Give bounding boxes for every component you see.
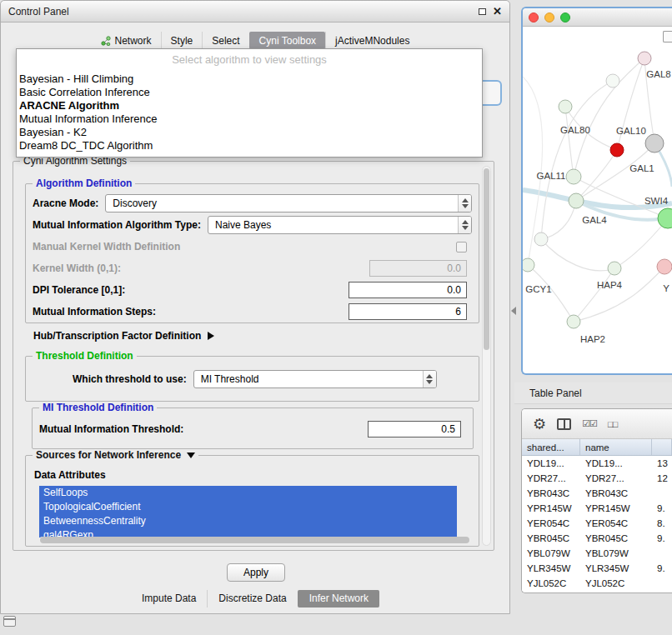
network-node[interactable] (569, 193, 584, 208)
table-header-row: shared... name (522, 439, 672, 456)
column-header-partial[interactable] (652, 439, 672, 455)
algorithm-combo-fragment[interactable] (483, 80, 502, 106)
table-row[interactable]: YBR045C YBR045C 9. (522, 531, 672, 546)
tab-impute-data[interactable]: Impute Data (131, 590, 207, 608)
dropdown-item-bayesian-hill[interactable]: Bayesian - Hill Climbing (17, 72, 482, 86)
mi-steps-row: Mutual Information Steps: (26, 301, 479, 322)
manual-kernel-row: Manual Kernel Width Definition (26, 236, 479, 258)
list-item-betweennesscentrality[interactable]: BetweennessCentrality (39, 514, 457, 528)
dropdown-item-basic-correlation[interactable]: Basic Correlation Inference (17, 86, 482, 99)
scrollbar-thumb[interactable] (40, 537, 469, 543)
cell-value (652, 546, 672, 561)
table-row[interactable]: YLR345W YLR345W 9. (522, 561, 672, 576)
close-traffic-light[interactable] (529, 12, 539, 22)
cell-name: YDR27... (580, 471, 652, 486)
network-node[interactable] (608, 262, 621, 275)
network-node[interactable] (559, 100, 572, 113)
select-all-checkboxes-icon[interactable]: ☑☑ (582, 418, 597, 429)
dropdown-item-aracne[interactable]: ARACNE Algorithm (17, 99, 482, 112)
table-row[interactable]: YDR27... YDR27... 12 (522, 471, 672, 486)
aracne-mode-combo[interactable]: Discovery (105, 194, 472, 212)
table-panel-header[interactable]: Table Panel (514, 382, 672, 404)
cell-shared: YBR045C (522, 531, 580, 546)
scrollbar-thumb[interactable] (484, 168, 489, 350)
table-row[interactable]: YBR043C YBR043C (522, 486, 672, 501)
node-label: GAL4 (582, 215, 607, 225)
network-node[interactable] (534, 232, 548, 246)
mi-algorithm-type-value: Naive Bayes (208, 219, 458, 231)
table-row[interactable]: YDL19... YDL19... 13 (522, 456, 672, 471)
network-node-highlighted[interactable] (610, 143, 624, 157)
mi-threshold-label: Mutual Information Threshold: (39, 423, 183, 435)
cell-value: 9. (652, 561, 672, 576)
tab-cyni-toolbox[interactable]: Cyni Toolbox (249, 32, 325, 49)
tab-network[interactable]: Network (92, 32, 161, 49)
close-icon[interactable]: ✕ (493, 6, 502, 17)
collapsed-panel-icon[interactable] (3, 616, 16, 627)
network-node[interactable] (523, 258, 534, 272)
float-window-icon[interactable] (479, 8, 486, 15)
network-node[interactable] (658, 208, 672, 228)
cell-shared: YLR345W (522, 561, 580, 576)
hub-tf-definition-toggle[interactable]: Hub/Transcription Factor Definition (33, 330, 214, 342)
threshold-definition-group: Threshold Definition Which threshold to … (25, 356, 479, 402)
dropdown-placeholder: Select algorithm to view settings (17, 52, 482, 67)
zoom-traffic-light[interactable] (560, 12, 570, 22)
tab-jactivemnodules[interactable]: jActiveMNodules (325, 32, 419, 49)
control-panel-tabbar: Network Style Select Cyni Toolbox jActiv… (1, 32, 509, 49)
tab-select[interactable]: Select (202, 32, 248, 49)
node-label: SWI4 (644, 196, 669, 206)
window-title: Control Panel (8, 6, 69, 18)
table-row[interactable]: YJL052C YJL052C (522, 576, 672, 591)
which-threshold-value: MI Threshold (194, 373, 423, 385)
cell-value: 8. (652, 516, 672, 531)
network-node[interactable] (606, 74, 619, 88)
deselect-all-checkboxes-icon[interactable]: □□ (608, 419, 617, 429)
network-node[interactable] (645, 134, 664, 152)
columns-icon[interactable] (557, 418, 571, 430)
list-horizontal-scrollbar[interactable] (39, 537, 470, 543)
mi-threshold-field[interactable] (368, 421, 461, 438)
dpi-tolerance-field[interactable] (349, 282, 467, 298)
which-threshold-combo[interactable]: MI Threshold (193, 370, 437, 388)
cell-shared: YPR145W (522, 501, 580, 516)
node-label: GCY1 (525, 284, 551, 294)
column-header-name[interactable]: name (580, 439, 652, 455)
mi-threshold-definition-group: MI Threshold Definition Mutual Informati… (32, 408, 474, 449)
column-header-shared[interactable]: shared... (522, 439, 580, 455)
network-window-titlebar[interactable] (523, 8, 672, 27)
dropdown-item-mutual-information[interactable]: Mutual Information Inference (17, 112, 482, 126)
gear-icon[interactable]: ⚙ (533, 417, 546, 432)
aracne-mode-value: Discovery (106, 198, 458, 209)
table-row[interactable]: YBL079W YBL079W (522, 546, 672, 561)
tab-label-select: Select (212, 35, 239, 47)
network-node[interactable] (638, 52, 651, 65)
dropdown-item-dream8[interactable]: Dream8 DC_TDC Algorithm (17, 139, 482, 152)
cell-shared: YDR27... (522, 471, 580, 486)
control-panel-titlebar[interactable]: Control Panel ✕ (1, 1, 509, 22)
settings-scrollbar[interactable] (482, 166, 491, 546)
mi-steps-field[interactable] (349, 303, 467, 320)
hub-tf-definition-label: Hub/Transcription Factor Definition (33, 330, 201, 342)
sources-toggle[interactable]: Sources for Network Inference (33, 449, 198, 461)
apply-button[interactable]: Apply (227, 563, 285, 582)
network-graph-canvas[interactable]: GAL8 GAL80 GAL10 GAL1 GAL11 SWI4 GAL4 GC… (523, 27, 672, 375)
tab-infer-network[interactable]: Infer Network (298, 590, 379, 608)
kernel-width-row: Kernel Width (0,1): (26, 258, 479, 279)
network-node[interactable] (657, 259, 672, 274)
table-row[interactable]: YER054C YER054C 8. (522, 516, 672, 531)
minimize-traffic-light[interactable] (544, 12, 554, 22)
table-row[interactable]: YPR145W YPR145W 9. (522, 501, 672, 516)
sources-group: Sources for Network Inference Data Attri… (25, 455, 479, 547)
bottom-tabbar: Impute Data Discretize Data Infer Networ… (1, 590, 509, 608)
list-item-selfloops[interactable]: SelfLoops (39, 486, 457, 500)
mi-algorithm-type-combo[interactable]: Naive Bayes (208, 216, 472, 234)
network-node[interactable] (566, 169, 581, 184)
list-item-topologicalcoefficient[interactable]: TopologicalCoefficient (39, 500, 457, 514)
dropdown-item-bayesian-k2[interactable]: Bayesian - K2 (17, 126, 482, 139)
tab-style[interactable]: Style (161, 32, 203, 49)
table-body: YDL19... YDL19... 13 YDR27... YDR27... 1… (522, 456, 672, 591)
network-node[interactable] (567, 315, 580, 328)
splitter-collapse-arrow[interactable] (511, 307, 516, 315)
tab-discretize-data[interactable]: Discretize Data (207, 590, 297, 608)
